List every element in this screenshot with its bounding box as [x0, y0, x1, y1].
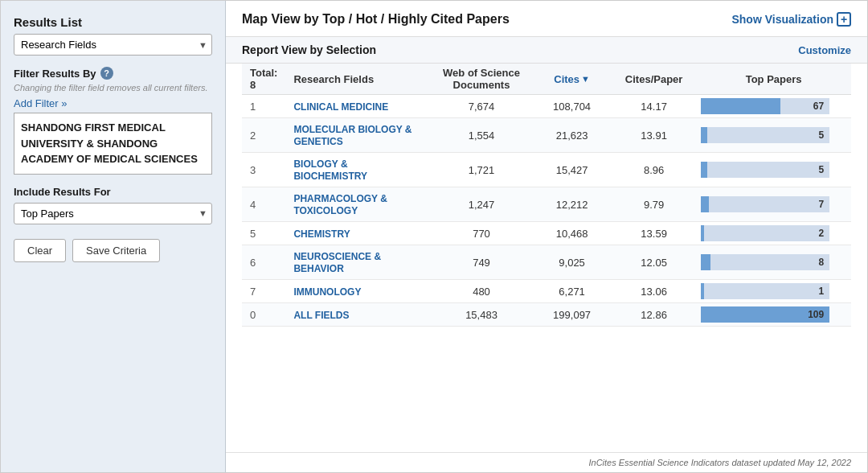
bar-fill [701, 225, 704, 241]
wos-docs-cell: 1,554 [431, 118, 532, 153]
report-title: Report View by Selection [242, 43, 376, 56]
cites-paper-cell: 13.59 [612, 222, 696, 245]
table-row: 0ALL FIELDS15,483199,09712.86109 [242, 303, 851, 327]
action-buttons: Clear Save Criteria [14, 239, 212, 262]
field-cell: BIOLOGY & BIOCHEMISTRY [285, 153, 430, 187]
col-header-cites[interactable]: Cites ▼ [532, 64, 612, 95]
report-header: Report View by Selection Customize [226, 37, 867, 64]
wos-docs-cell: 15,483 [431, 303, 532, 327]
field-link[interactable]: CLINICAL MEDICINE [293, 101, 388, 113]
field-link[interactable]: MOLECULAR BIOLOGY & GENETICS [293, 124, 411, 147]
cites-cell: 108,704 [532, 95, 612, 118]
filter-note: Changing the filter field removes all cu… [14, 83, 212, 93]
include-select[interactable]: Top Papers Hot Papers Highly Cited Paper… [14, 203, 212, 224]
include-section: Include Results For Top Papers Hot Paper… [14, 186, 212, 224]
bar-background: 5 [701, 162, 829, 178]
footer-note: InCites Essential Science Indicators dat… [226, 452, 867, 472]
sidebar: Results List Research Fields Journals Au… [1, 1, 226, 472]
field-link[interactable]: NEUROSCIENCE & BEHAVIOR [293, 251, 381, 274]
bar-value: 1 [819, 286, 827, 297]
rank-cell: 5 [242, 222, 285, 245]
rank-cell: 7 [242, 280, 285, 303]
cites-paper-cell: 14.17 [612, 95, 696, 118]
rank-cell: 3 [242, 153, 285, 187]
top-papers-cell: 1 [696, 280, 851, 303]
table-row: 6NEUROSCIENCE & BEHAVIOR7499,02512.058 [242, 245, 851, 280]
cites-paper-cell: 13.06 [612, 280, 696, 303]
top-papers-cell: 109 [696, 303, 851, 327]
results-list-section: Results List Research Fields Journals Au… [14, 15, 212, 56]
sort-arrow-icon: ▼ [581, 74, 590, 84]
filter-institution-box: SHANDONG FIRST MEDICAL UNIVERSITY & SHAN… [14, 113, 212, 175]
table-row: 1CLINICAL MEDICINE7,674108,70414.1767 [242, 95, 851, 118]
col-header-wos: Web of ScienceDocuments [431, 64, 532, 95]
table-wrapper: Total: 8 Research Fields Web of ScienceD… [226, 64, 867, 452]
cites-cell: 6,271 [532, 280, 612, 303]
field-link[interactable]: ALL FIELDS [293, 310, 349, 321]
top-papers-cell: 8 [696, 245, 851, 280]
bar-background: 2 [701, 225, 829, 241]
table-row: 2MOLECULAR BIOLOGY & GENETICS1,55421,623… [242, 118, 851, 153]
filter-section: Filter Results By ? Changing the filter … [14, 67, 212, 175]
field-cell: CLINICAL MEDICINE [285, 95, 430, 118]
field-cell: ALL FIELDS [285, 303, 430, 327]
total-row: Total: 8 Research Fields Web of ScienceD… [242, 64, 851, 95]
top-papers-cell: 5 [696, 153, 851, 187]
bar-fill [701, 283, 704, 299]
rank-cell: 6 [242, 245, 285, 280]
field-cell: MOLECULAR BIOLOGY & GENETICS [285, 118, 430, 153]
cites-sort-button[interactable]: Cites ▼ [554, 73, 590, 85]
field-cell: CHEMISTRY [285, 222, 430, 245]
table-row: 7IMMUNOLOGY4806,27113.061 [242, 280, 851, 303]
col-header-top-papers: Top Papers [696, 64, 851, 95]
bar-background: 67 [701, 98, 829, 114]
wos-docs-cell: 770 [431, 222, 532, 245]
cites-paper-cell: 8.96 [612, 153, 696, 187]
wos-docs-cell: 1,247 [431, 187, 532, 222]
cites-cell: 199,097 [532, 303, 612, 327]
total-label: Total: 8 [242, 64, 285, 95]
bar-value: 5 [819, 164, 827, 175]
table-body: 1CLINICAL MEDICINE7,674108,70414.17672MO… [242, 95, 851, 327]
bar-value: 8 [819, 257, 827, 268]
results-list-select[interactable]: Research Fields Journals Authors Countri… [14, 34, 212, 56]
bar-fill [701, 162, 706, 178]
clear-button[interactable]: Clear [14, 239, 66, 262]
top-papers-cell: 2 [696, 222, 851, 245]
col-header-field: Research Fields [285, 64, 430, 95]
field-link[interactable]: PHARMACOLOGY & TOXICOLOGY [293, 193, 387, 216]
include-select-wrapper: Top Papers Hot Papers Highly Cited Paper… [14, 203, 212, 224]
bar-fill [701, 196, 709, 212]
col-header-cites-paper: Cites/Paper [612, 64, 696, 95]
bar-background: 7 [701, 196, 829, 212]
top-papers-cell: 67 [696, 95, 851, 118]
field-cell: IMMUNOLOGY [285, 280, 430, 303]
field-link[interactable]: CHEMISTRY [293, 228, 350, 240]
customize-link[interactable]: Customize [798, 44, 851, 56]
top-papers-cell: 5 [696, 118, 851, 153]
include-label: Include Results For [14, 186, 212, 198]
top-papers-cell: 7 [696, 187, 851, 222]
filter-label: Filter Results By ? [14, 67, 212, 80]
table-row: 4PHARMACOLOGY & TOXICOLOGY1,24712,2129.7… [242, 187, 851, 222]
rank-cell: 0 [242, 303, 285, 327]
bar-value: 2 [819, 228, 827, 239]
field-cell: PHARMACOLOGY & TOXICOLOGY [285, 187, 430, 222]
main-header: Map View by Top / Hot / Highly Cited Pap… [226, 1, 867, 37]
plus-icon: + [837, 12, 851, 27]
cites-cell: 21,623 [532, 118, 612, 153]
cites-paper-cell: 13.91 [612, 118, 696, 153]
save-criteria-button[interactable]: Save Criteria [72, 239, 160, 262]
cites-paper-cell: 9.79 [612, 187, 696, 222]
add-filter-link[interactable]: Add Filter » [14, 97, 67, 109]
filter-help-icon[interactable]: ? [100, 67, 113, 80]
field-link[interactable]: IMMUNOLOGY [293, 286, 361, 298]
bar-background: 8 [701, 254, 829, 270]
results-table: Total: 8 Research Fields Web of ScienceD… [242, 64, 851, 327]
wos-docs-cell: 749 [431, 245, 532, 280]
show-visualization-button[interactable]: Show Visualization + [731, 12, 851, 27]
bar-background: 109 [701, 306, 829, 323]
field-link[interactable]: BIOLOGY & BIOCHEMISTRY [293, 158, 367, 182]
cites-cell: 12,212 [532, 187, 612, 222]
bar-fill [701, 98, 780, 114]
